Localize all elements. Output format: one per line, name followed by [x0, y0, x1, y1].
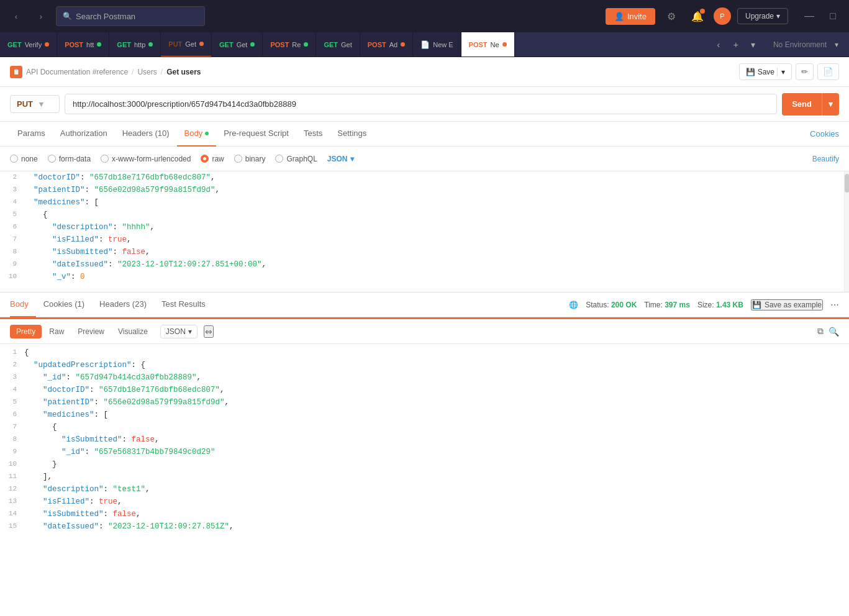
tab-authorization[interactable]: Authorization — [53, 122, 115, 147]
tab-post-htt[interactable]: POST htt — [57, 32, 109, 57]
tab-pre-request[interactable]: Pre-request Script — [216, 122, 296, 147]
tab-settings[interactable]: Settings — [330, 122, 374, 147]
maximize-button[interactable]: □ — [823, 6, 843, 26]
line-number: 2 — [2, 359, 24, 371]
scrollbar-track[interactable] — [844, 171, 849, 292]
response-tabs-bar: Body Cookies (1) Headers (23) Test Resul… — [0, 292, 849, 317]
edit-icon-button[interactable]: ✏ — [796, 63, 814, 80]
option-graphql[interactable]: GraphQL — [275, 155, 317, 163]
view-tab-preview-label: Preview — [78, 327, 104, 336]
resp-code-line-2: 2 "updatedPrescription": { — [0, 359, 849, 371]
settings-icon-button[interactable]: ⚙ — [661, 6, 681, 26]
tab-post-re[interactable]: POST Re — [263, 32, 316, 57]
search-box[interactable]: 🔍 Search Postman — [56, 6, 205, 26]
scrollbar-thumb[interactable] — [845, 174, 849, 192]
json-format-select[interactable]: JSON ▾ — [327, 155, 354, 163]
invite-button[interactable]: 👤 Invite — [606, 8, 655, 25]
save-as-example-button[interactable]: 💾 Save as example — [751, 299, 823, 310]
tab-tests[interactable]: Tests — [296, 122, 330, 147]
view-tab-raw[interactable]: Raw — [43, 325, 70, 338]
response-view-tabs: Pretty Raw Preview Visualize JSON ▾ ⇔ ⧉ … — [0, 319, 849, 344]
view-tab-preview[interactable]: Preview — [71, 325, 111, 338]
line-number: 8 — [2, 433, 24, 445]
resp-tab-body[interactable]: Body — [10, 292, 36, 317]
tab-get-get2[interactable]: GET Get — [316, 32, 360, 57]
breadcrumb-actions: 💾 Save ▾ ✏ 📄 — [739, 63, 839, 80]
resp-tab-headers[interactable]: Headers (23) — [92, 292, 154, 317]
option-form-data[interactable]: form-data — [48, 155, 91, 163]
line-content: "dateIssued": "2023-12-10T12:09:27.851+0… — [24, 258, 847, 271]
option-raw[interactable]: raw — [201, 155, 224, 163]
line-content: "isFilled": true, — [24, 233, 847, 246]
view-tab-pretty[interactable]: Pretty — [10, 325, 42, 338]
line-number: 5 — [2, 396, 24, 408]
view-tab-visualize-label: Visualize — [118, 327, 148, 336]
add-tab-button[interactable]: + — [729, 37, 743, 52]
response-body-editor[interactable]: 1 { 2 "updatedPrescription": { 3 "_id": … — [0, 344, 849, 533]
cookies-link[interactable]: Cookies — [810, 129, 839, 138]
response-section: Body Cookies (1) Headers (23) Test Resul… — [0, 292, 849, 533]
line-number: 3 — [2, 371, 24, 383]
resp-tab-cookies-label: Cookies (1) — [43, 299, 84, 309]
upgrade-button[interactable]: Upgrade ▾ — [737, 8, 788, 24]
body-options: none form-data x-www-form-urlencoded raw… — [0, 147, 849, 171]
resp-tab-test-results[interactable]: Test Results — [154, 292, 213, 317]
nav-forward-button[interactable]: › — [31, 6, 51, 26]
option-none[interactable]: none — [10, 155, 38, 163]
minimize-button[interactable]: — — [799, 6, 819, 26]
method-select[interactable]: PUT ▾ — [10, 95, 60, 113]
line-number: 9 — [2, 258, 24, 270]
more-options-icon-button[interactable]: ⋯ — [830, 300, 839, 310]
tab-get-verify[interactable]: GET Verify — [0, 32, 57, 57]
line-number: 9 — [2, 446, 24, 458]
line-content: "description": "hhhh", — [24, 221, 847, 233]
code-line-2: 3 "patientID": "656e02d98a579f99a815fd9d… — [0, 184, 849, 196]
request-body-editor[interactable]: 2 "doctorID": "657db18e7176dbfb68edc807"… — [0, 171, 849, 292]
search-response-icon-button[interactable]: 🔍 — [829, 326, 839, 337]
resp-code-line-4: 4 "doctorID": "657db18e7176dbfb68edc807"… — [0, 384, 849, 396]
tab-get-http[interactable]: GET http — [109, 32, 161, 57]
breadcrumb-root[interactable]: API Documentation #reference — [26, 68, 128, 76]
radio-graphql — [275, 155, 283, 163]
option-none-label: none — [21, 155, 38, 163]
chevron-left-icon-button[interactable]: ‹ — [711, 37, 726, 52]
send-chevron-icon: ▾ — [822, 93, 839, 116]
view-tab-visualize[interactable]: Visualize — [112, 325, 154, 338]
notifications-icon-button[interactable]: 🔔 — [688, 6, 707, 26]
resp-code-line-5: 5 "patientID": "656e02d98a579f99a815fd9d… — [0, 396, 849, 409]
save-label: Save — [758, 68, 774, 76]
json-view-select[interactable]: JSON ▾ — [160, 325, 197, 338]
top-bar-right: 👤 Invite ⚙ 🔔 P Upgrade ▾ — □ — [606, 6, 843, 26]
copy-icon-button[interactable]: ⧉ — [817, 326, 824, 337]
tabs-overflow-button[interactable]: ▾ — [746, 37, 761, 52]
breadcrumb-sub[interactable]: Users — [137, 68, 157, 76]
tab-params-label: Params — [17, 129, 45, 138]
save-arrow-icon[interactable]: ▾ — [777, 68, 785, 76]
tab-new-e[interactable]: 📄 New E — [413, 32, 461, 57]
nav-back-button[interactable]: ‹ — [6, 6, 26, 26]
url-input[interactable] — [65, 94, 777, 114]
save-button[interactable]: 💾 Save ▾ — [739, 63, 792, 80]
tab-params[interactable]: Params — [10, 122, 53, 147]
tab-body[interactable]: Body — [177, 122, 217, 147]
option-binary[interactable]: binary — [234, 155, 266, 163]
window-controls: — □ — [799, 6, 843, 26]
line-content: "dateIssued": "2023-12-10T12:09:27.851Z"… — [24, 520, 847, 533]
resp-tab-cookies[interactable]: Cookies (1) — [36, 292, 92, 317]
code-line-3: 4 "medicines": [ — [0, 196, 849, 209]
wrap-icon-button[interactable]: ⇔ — [204, 325, 214, 338]
tab-headers[interactable]: Headers (10) — [115, 122, 177, 147]
tab-post-ne[interactable]: POST Ne — [461, 32, 515, 57]
tab-post-ad[interactable]: POST Ad — [360, 32, 413, 57]
send-button[interactable]: Send ▾ — [782, 93, 839, 116]
tab-dot — [97, 42, 101, 47]
new-tab-icon: 📄 — [420, 40, 430, 49]
option-urlencoded[interactable]: x-www-form-urlencoded — [101, 155, 191, 163]
tab-put-get[interactable]: PUT Get — [161, 32, 212, 57]
environment-chevron-button[interactable]: ▾ — [829, 37, 844, 52]
json-label: JSON — [327, 155, 348, 163]
beautify-button[interactable]: Beautify — [812, 155, 839, 163]
description-icon-button[interactable]: 📄 — [817, 63, 839, 80]
tab-get-get[interactable]: GET Get — [212, 32, 263, 57]
tab-dot — [45, 42, 49, 47]
